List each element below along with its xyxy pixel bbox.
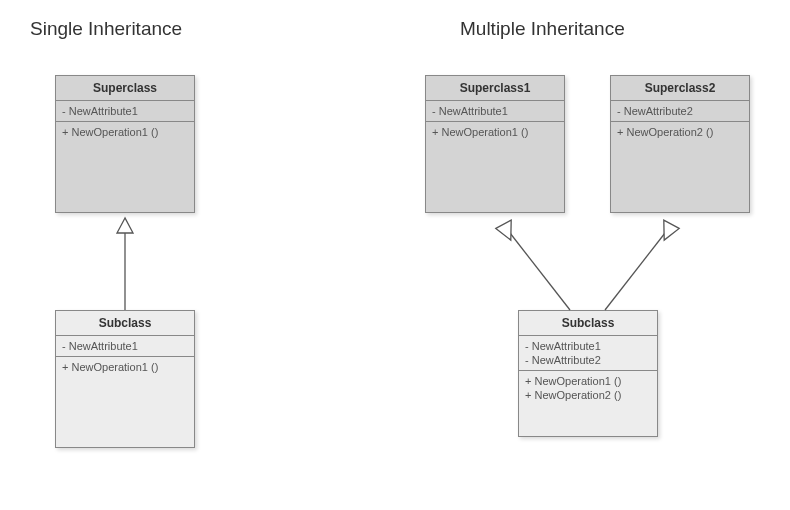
single-subclass-box: Subclass - NewAttribute1 + NewOperation1… — [55, 310, 195, 448]
operations-section: + NewOperation1 () — [56, 357, 194, 447]
operations-section: + NewOperation1 () — [56, 122, 194, 212]
operations-section: + NewOperation1 () — [426, 122, 564, 212]
svg-line-2 — [510, 233, 570, 310]
class-name: Superclass2 — [611, 76, 749, 101]
single-superclass-box: Superclass - NewAttribute1 + NewOperatio… — [55, 75, 195, 213]
class-name: Subclass — [519, 311, 657, 336]
operation: + NewOperation1 () — [62, 360, 188, 374]
multiple-inheritance-title: Multiple Inheritance — [460, 18, 625, 40]
svg-marker-1 — [117, 218, 133, 233]
attribute: - NewAttribute1 — [62, 104, 188, 118]
svg-marker-5 — [654, 216, 679, 240]
multiple-superclass2-box: Superclass2 - NewAttribute2 + NewOperati… — [610, 75, 750, 213]
operation: + NewOperation1 () — [525, 374, 651, 388]
attributes-section: - NewAttribute1 — [56, 101, 194, 122]
attribute: - NewAttribute2 — [617, 104, 743, 118]
attributes-section: - NewAttribute1 - NewAttribute2 — [519, 336, 657, 371]
attributes-section: - NewAttribute2 — [611, 101, 749, 122]
svg-marker-3 — [496, 216, 521, 240]
multiple-subclass-box: Subclass - NewAttribute1 - NewAttribute2… — [518, 310, 658, 437]
operation: + NewOperation1 () — [432, 125, 558, 139]
operation: + NewOperation2 () — [617, 125, 743, 139]
attributes-section: - NewAttribute1 — [426, 101, 564, 122]
class-name: Subclass — [56, 311, 194, 336]
attribute: - NewAttribute2 — [525, 353, 651, 367]
attribute: - NewAttribute1 — [432, 104, 558, 118]
operation: + NewOperation1 () — [62, 125, 188, 139]
attributes-section: - NewAttribute1 — [56, 336, 194, 357]
class-name: Superclass — [56, 76, 194, 101]
attribute: - NewAttribute1 — [525, 339, 651, 353]
svg-line-4 — [605, 233, 665, 310]
class-name: Superclass1 — [426, 76, 564, 101]
operations-section: + NewOperation1 () + NewOperation2 () — [519, 371, 657, 436]
single-inheritance-title: Single Inheritance — [30, 18, 182, 40]
operation: + NewOperation2 () — [525, 388, 651, 402]
multiple-superclass1-box: Superclass1 - NewAttribute1 + NewOperati… — [425, 75, 565, 213]
operations-section: + NewOperation2 () — [611, 122, 749, 212]
attribute: - NewAttribute1 — [62, 339, 188, 353]
